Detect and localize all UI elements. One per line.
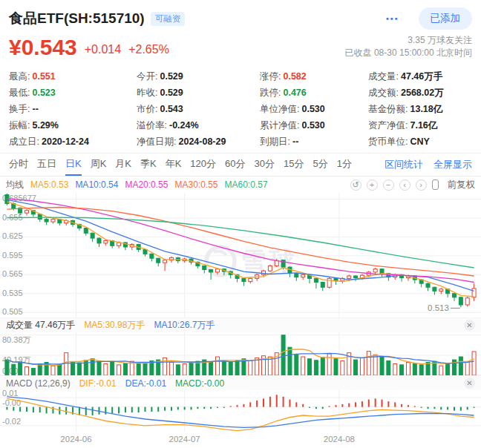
tab-30分[interactable]: 30分 — [255, 154, 275, 176]
ma-legend-row: 均线 MA5:0.53MA10:0.54MA20:0.55MA30:0.55MA… — [0, 177, 481, 193]
legend-item: DIF:-0.01 — [79, 378, 117, 389]
svg-text:0.505: 0.505 — [2, 307, 23, 316]
screenshot-icon[interactable] — [432, 179, 439, 190]
stat-item: 市价:0.543 — [137, 101, 260, 117]
x-axis-month-label: 2024-08 — [324, 435, 355, 444]
margin-eligible-badge: 可融资 — [151, 12, 186, 26]
indicator-label[interactable]: 均线 — [6, 179, 24, 191]
followers-count: 3.35 万球友关注 — [345, 34, 472, 47]
close-macd-panel-icon[interactable]: ✕ — [464, 378, 475, 389]
legend-item: MA60:0.57 — [225, 179, 268, 190]
link-区间统计[interactable]: 区间统计 — [385, 154, 423, 176]
volume-chart[interactable]: 80.38万40.19万0.00 — [0, 332, 481, 375]
svg-text:-0.02: -0.02 — [2, 417, 21, 426]
tab-日K[interactable]: 日K — [65, 154, 82, 176]
macd-chart[interactable]: 0.01-0.00-0.02 — [0, 390, 481, 432]
stat-item: 单位净值:0.530 — [260, 101, 368, 117]
current-price: ¥0.543 — [9, 35, 77, 60]
more-menu-button[interactable]: ••• — [386, 14, 399, 23]
price-change-percent: +2.65% — [128, 43, 169, 56]
tab-5分[interactable]: 5分 — [313, 154, 327, 176]
stat-item: 基金份额:13.18亿 — [368, 101, 472, 117]
pan-right-icon[interactable]: › — [416, 179, 427, 191]
stat-item: 成立日:2020-12-24 — [9, 134, 137, 150]
price-change: +0.014 — [85, 43, 121, 56]
tab-周K[interactable]: 周K — [91, 154, 107, 176]
stat-item: 资产净值:7.16亿 — [368, 117, 472, 134]
legend-item: MACD:-0.00 — [175, 378, 224, 389]
added-watchlist-button[interactable]: 已添加 — [419, 7, 473, 30]
stat-item: 振幅:5.29% — [9, 117, 137, 134]
tab-120分[interactable]: 120分 — [190, 154, 216, 176]
stat-item: 溢价率:-0.24% — [137, 117, 260, 134]
close-volume-panel-icon[interactable]: ✕ — [464, 320, 475, 331]
page-title: 食品ETF(SH:515710) — [9, 9, 145, 28]
macd-legend-row: MACD (12,26,9) DIF:-0.01DEA:-0.01MACD:-0… — [0, 375, 481, 390]
macd-label[interactable]: MACD (12,26,9) — [6, 378, 71, 389]
stat-item: 涨停:0.582 — [260, 68, 368, 85]
tab-月K[interactable]: 月K — [115, 154, 131, 176]
ma-values: MA5:0.53MA10:0.54MA20:0.55MA30:0.55MA60:… — [30, 179, 268, 190]
svg-text:0.625: 0.625 — [2, 231, 23, 240]
stat-item: 货币单位:CNY — [368, 134, 472, 150]
svg-text:0.535: 0.535 — [2, 289, 23, 297]
zoom-out-icon[interactable]: − — [383, 179, 394, 191]
legend-item: MA5:0.53 — [30, 179, 68, 190]
zoom-in-icon[interactable]: + — [367, 179, 378, 191]
tab-五日[interactable]: 五日 — [37, 154, 56, 176]
link-全屏显示[interactable]: 全屏显示 — [433, 154, 472, 176]
tab-季K[interactable]: 季K — [140, 154, 157, 176]
svg-text:80.38万: 80.38万 — [2, 335, 31, 344]
x-axis-labels: 2024-062024-072024-08 — [0, 432, 481, 448]
stat-item: 最高:0.551 — [9, 68, 137, 85]
stat-item: 累计净值:0.530 — [260, 117, 368, 134]
stat-item: 换手:-- — [9, 101, 137, 117]
x-axis-month-label: 2024-06 — [60, 435, 91, 444]
stat-item: 成交量:47.46万手 — [368, 68, 472, 85]
legend-item: MA10:0.54 — [75, 179, 118, 190]
market-status: 已收盘 08-30 15:00:00 北京时间 — [345, 47, 472, 59]
legend-item: MA20:0.55 — [125, 179, 168, 190]
stat-item: 昨收:0.529 — [137, 85, 260, 101]
x-axis-month-label: 2024-07 — [169, 435, 200, 444]
chart-section: 均线 MA5:0.53MA10:0.54MA20:0.55MA30:0.55MA… — [0, 177, 481, 448]
svg-text:0.595: 0.595 — [2, 251, 23, 260]
tab-15分[interactable]: 15分 — [284, 154, 304, 176]
stat-item: 今开:0.529 — [137, 68, 260, 85]
legend-item: DEA:-0.01 — [125, 378, 166, 389]
pan-left-icon[interactable]: ‹ — [399, 179, 410, 191]
kline-chart[interactable]: 0.6856770.6550.6250.5950.5650.5350.505雪球… — [0, 193, 481, 317]
header: 食品ETF(SH:515710) 可融资 ••• 已添加 — [0, 0, 481, 30]
legend-item: MA10:26.7万手 — [154, 319, 215, 332]
stat-item: 最低:0.523 — [9, 85, 137, 101]
tab-年K[interactable]: 年K — [166, 154, 182, 176]
volume-legend-row: 成交量 47.46万手 MA5:30.98万手MA10:26.7万手 ✕ — [0, 317, 481, 332]
tab-1分[interactable]: 1分 — [337, 154, 352, 176]
svg-text:0.513: 0.513 — [428, 303, 449, 312]
legend-item: MA30:0.55 — [174, 179, 217, 190]
macd-values: DIF:-0.01DEA:-0.01MACD:-0.00 — [79, 378, 224, 389]
tab-60分[interactable]: 60分 — [225, 154, 245, 176]
stat-item: 跌停:0.476 — [260, 85, 368, 101]
chart-toolbar: ↺+−‹› — [350, 179, 439, 191]
legend-item: MA5:30.98万手 — [84, 319, 145, 332]
stats-grid: 最高:0.551最低:0.523换手:--振幅:5.29%成立日:2020-12… — [0, 64, 481, 153]
volume-ma-values: MA5:30.98万手MA10:26.7万手 — [84, 319, 215, 332]
adjust-mode-button[interactable]: 前复权 — [448, 179, 476, 191]
stat-item: 净值日期:2024-08-29 — [137, 134, 260, 150]
price-row: ¥0.543 +0.014 +2.65% 3.35 万球友关注 已收盘 08-3… — [0, 30, 481, 64]
reset-icon[interactable]: ↺ — [350, 179, 361, 191]
svg-text:0.565: 0.565 — [2, 269, 23, 278]
period-tabbar: 分时五日日K周K月K季K年K120分60分30分15分5分1分 区间统计全屏显示 — [0, 153, 481, 177]
stock-detail-page: 食品ETF(SH:515710) 可融资 ••• 已添加 ¥0.543 +0.0… — [0, 0, 481, 448]
tab-分时[interactable]: 分时 — [9, 154, 28, 176]
stat-item: 到期日:-- — [260, 134, 368, 150]
volume-label: 成交量 47.46万手 — [6, 319, 75, 332]
stat-item: 成交额:2568.02万 — [368, 85, 472, 101]
